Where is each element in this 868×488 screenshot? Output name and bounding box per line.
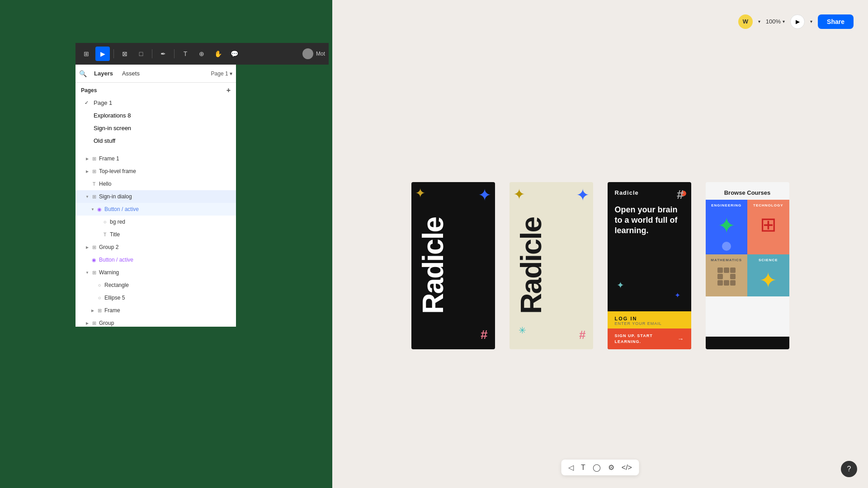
no-expand-3: [95, 232, 101, 237]
layers-panel: 🔍 Layers Assets Page 1 ▾ Pages + ✓ Page …: [75, 65, 236, 327]
checkmark-icon: ✓: [85, 100, 92, 106]
layer-button-active[interactable]: ▼ ◉ Button / active: [75, 203, 236, 216]
card-beige-radicle: ✦ ✦ Radicle ✳ #: [509, 182, 593, 349]
add-page-btn[interactable]: +: [226, 86, 231, 94]
user-avatar-btn[interactable]: W: [738, 14, 753, 29]
card3-title: Radicle: [615, 189, 639, 196]
expand-icon-2: ▶: [85, 169, 90, 174]
layers-section: ▶ ⊞ Frame 1 ▶ ⊞ Top-level frame T Hello …: [75, 150, 236, 327]
layer-name-2: Top-level frame: [99, 168, 136, 174]
frame-icon-3: ⊞: [91, 193, 97, 200]
text-icon-layer: T: [91, 181, 97, 187]
pages-section: Pages + ✓ Page 1 Explorations 8 Sign-in …: [75, 83, 236, 150]
layers-panel-toggle[interactable]: ⊞: [79, 47, 94, 61]
frame-tool-btn[interactable]: ⊠: [118, 47, 132, 61]
circle-btn[interactable]: ◯: [593, 463, 601, 472]
comment-tool-btn[interactable]: 💬: [227, 47, 241, 61]
card-browse-courses: Browse Courses ENGINEERING ✦ TECHNOLOGY: [706, 182, 789, 349]
cell-technology[interactable]: TECHNOLOGY ⊞: [747, 200, 789, 254]
layer-name-5: Button / active: [104, 206, 139, 212]
layer-button-active-2[interactable]: ◉ Button / active: [75, 253, 236, 266]
zoom-chevron-icon: ▾: [783, 19, 785, 24]
back-btn[interactable]: ◁: [568, 463, 574, 472]
card3-hash: #: [677, 188, 684, 202]
left-panel: ⊞ ▶ ⊠ □ ✒ T ⊕ ✋ 💬 Mot 🔍 Layers Assets Pa…: [0, 0, 332, 488]
page-item-old[interactable]: Old stuff: [81, 134, 231, 147]
layer-group2[interactable]: ▶ ⊞ Group 2: [75, 241, 236, 253]
layer-name-14: Group: [99, 320, 114, 326]
share-btn[interactable]: Share: [818, 14, 854, 29]
layer-group[interactable]: ▶ ⊞ Group: [75, 317, 236, 327]
right-panel: W ▾ 100% ▾ ▶ ▾ Share ✦ ✦ Radicle: [332, 0, 868, 488]
card4-grid: ENGINEERING ✦ TECHNOLOGY ⊞ MATHEMATICS: [706, 200, 789, 296]
shape-icon-2: ○: [96, 282, 103, 288]
expand-icon-4: ▼: [90, 206, 95, 212]
layer-frame-inner[interactable]: ▶ ⊞ Frame: [75, 304, 236, 317]
code-btn[interactable]: </>: [622, 464, 632, 472]
card3-email-label: ENTER YOUR EMAIL: [615, 321, 684, 326]
radicle-title-beige: Radicle: [517, 217, 546, 314]
grid-pattern: [717, 267, 736, 286]
layer-rectangle-1[interactable]: ○ Rectangle: [75, 279, 236, 291]
avatar: [302, 48, 313, 59]
component-icon-2: ◉: [91, 257, 97, 263]
page-select[interactable]: Page 1 ▾: [211, 70, 232, 77]
layer-warning[interactable]: ▼ ⊞ Warning: [75, 266, 236, 279]
card3-bottom-section: LOG IN ENTER YOUR EMAIL SIGN UP. START L…: [608, 311, 691, 349]
layer-name-13: Frame: [104, 307, 120, 314]
radicle-text-container-2: Radicle: [517, 182, 546, 349]
help-btn[interactable]: ?: [841, 461, 857, 477]
tab-assets[interactable]: Assets: [118, 68, 143, 79]
right-bottom-toolbar: ◁ T ◯ ⚙ </>: [561, 460, 639, 475]
user-label: Mot: [316, 51, 325, 57]
red-chip-icon: ⊞: [760, 213, 777, 236]
teal-star-icon: ✳: [519, 325, 526, 335]
play-btn[interactable]: ▶: [790, 14, 805, 29]
layer-title[interactable]: T Title: [75, 228, 236, 241]
frame-icon-4: ⊞: [91, 244, 97, 250]
deco-blue-gear-right: ✦: [478, 186, 491, 205]
play-dropdown-icon[interactable]: ▾: [810, 19, 812, 24]
layer-name-3: Hello: [99, 181, 111, 187]
layer-bg-red[interactable]: ○ bg red: [75, 216, 236, 228]
zoom-control[interactable]: 100% ▾: [766, 18, 785, 25]
deco-star-teal: ✳: [519, 325, 526, 336]
cell-science[interactable]: SCIENCE ✦: [747, 254, 789, 296]
component-tool-btn[interactable]: ⊕: [194, 47, 209, 61]
tab-layers[interactable]: Layers: [90, 68, 117, 79]
avatar-dropdown-icon[interactable]: ▾: [758, 19, 760, 24]
technology-label: TECHNOLOGY: [753, 203, 783, 207]
move-tool-btn[interactable]: ▶: [95, 47, 110, 61]
text-inspect-btn[interactable]: T: [581, 464, 585, 472]
toolbar-user: Mot: [302, 48, 325, 59]
star-icon-card3-left: ✦: [617, 280, 624, 290]
hand-tool-btn[interactable]: ✋: [211, 47, 225, 61]
card-black-radicle: ✦ ✦ Radicle #: [411, 182, 495, 349]
layer-ellipse5[interactable]: ○ Ellipse 5: [75, 291, 236, 304]
page-item-page1[interactable]: ✓ Page 1: [81, 96, 231, 109]
layer-signin-dialog[interactable]: ▼ ⊞ Sign-in dialog: [75, 190, 236, 203]
expand-icon-8: ▶: [85, 320, 90, 326]
page-item-signin[interactable]: Sign-in screen: [81, 122, 231, 134]
layer-name-4: Sign-in dialog: [99, 193, 132, 200]
toolbar-divider-2: [152, 49, 152, 58]
layer-frame1[interactable]: ▶ ⊞ Frame 1: [75, 152, 236, 165]
cell-mathematics[interactable]: MATHEMATICS: [706, 254, 748, 296]
cell-engineering[interactable]: ENGINEERING ✦: [706, 200, 748, 254]
deco-blue-gear-2: ✦: [576, 186, 590, 205]
layer-toplevel[interactable]: ▶ ⊞ Top-level frame: [75, 165, 236, 178]
settings-btn[interactable]: ⚙: [608, 463, 614, 472]
card3-red[interactable]: SIGN UP. START LEARNING. →: [608, 328, 691, 349]
text-tool-btn[interactable]: T: [178, 47, 193, 61]
hashtag-icon: #: [481, 328, 488, 342]
card3-login-label: LOG IN: [615, 316, 684, 321]
frame-icon-6: ⊞: [96, 307, 103, 314]
page-item-explorations[interactable]: Explorations 8: [81, 109, 231, 122]
engineering-label: ENGINEERING: [711, 203, 741, 207]
layer-hello[interactable]: T Hello: [75, 178, 236, 190]
rect-tool-btn[interactable]: □: [134, 47, 148, 61]
shape-icon-3: ○: [96, 295, 103, 301]
pen-tool-btn[interactable]: ✒: [156, 47, 170, 61]
card4-bottom-bar: [706, 337, 789, 349]
search-icon[interactable]: 🔍: [79, 70, 87, 77]
